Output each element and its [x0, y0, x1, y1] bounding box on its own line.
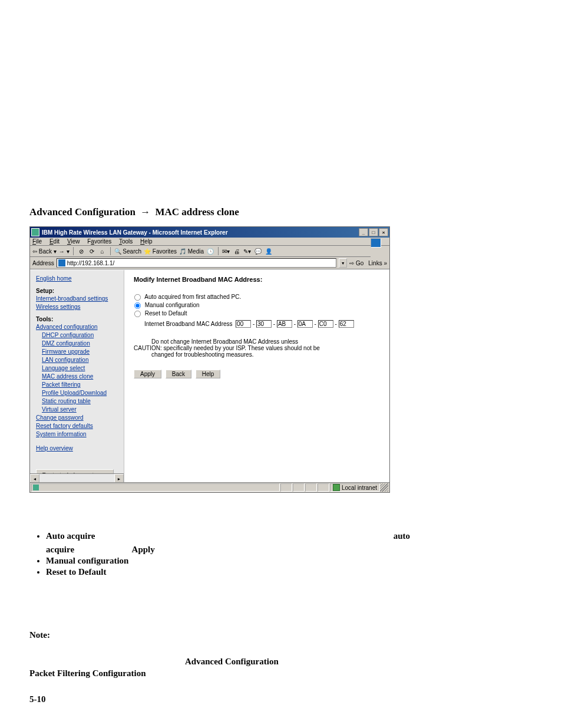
- mac-sep: -: [294, 321, 296, 327]
- ie-icon: [31, 228, 39, 236]
- body-list: Auto acquire auto acquire Apply Manual c…: [29, 531, 533, 577]
- mac-octet-3[interactable]: [277, 320, 292, 328]
- history-icon[interactable]: 🕓: [206, 247, 214, 255]
- status-cell-1: [280, 483, 292, 492]
- link-wireless-settings[interactable]: Wireless settings: [36, 303, 119, 311]
- back-button[interactable]: Back: [166, 370, 191, 378]
- adv-conf-bold: Advanced Configuration: [185, 657, 279, 666]
- mail-icon[interactable]: ✉▾: [222, 247, 230, 255]
- mac-octet-4[interactable]: [297, 320, 313, 328]
- caution-line-1: Do not change Internet Broadband MAC Add…: [151, 338, 380, 345]
- mac-octet-5[interactable]: [318, 320, 333, 328]
- print-icon[interactable]: 🖨: [233, 247, 241, 255]
- extra-icon[interactable]: 👤: [265, 247, 273, 255]
- refresh-icon[interactable]: ⟳: [88, 247, 96, 255]
- discuss-icon[interactable]: 💬: [254, 247, 262, 255]
- menu-help[interactable]: Help: [140, 238, 153, 245]
- link-advanced-configuration[interactable]: Advanced configuration: [36, 323, 119, 331]
- radio-auto[interactable]: [134, 294, 141, 301]
- go-button[interactable]: ⇨ Go: [349, 260, 363, 266]
- link-firmware-upgrade[interactable]: Firmware upgrade: [42, 348, 119, 356]
- link-static-routing-table[interactable]: Static routing table: [42, 397, 119, 406]
- radio-auto-label: Auto acquired from first attached PC.: [144, 294, 241, 300]
- status-cell-4: [318, 483, 329, 492]
- stop-icon[interactable]: ⊘: [77, 247, 85, 255]
- apply-bold: Apply: [132, 545, 155, 554]
- toolbar: ⇦ Back ▾ → ▾ ⊘ ⟳ ⌂ 🔍 Search ⭐ Favorites …: [30, 246, 371, 257]
- radio-reset[interactable]: [134, 311, 141, 317]
- note-label: Note:: [29, 630, 50, 640]
- status-zone: Local intranet: [330, 483, 380, 492]
- link-packet-filtering[interactable]: Packet filtering: [42, 381, 119, 389]
- menu-tools[interactable]: Tools: [119, 238, 133, 245]
- caution-line-2: CAUTION: specifically needed by your ISP…: [134, 345, 380, 351]
- ie-logo-icon: [371, 238, 381, 248]
- section-heading: Advanced Configuration → MAC address clo…: [29, 206, 533, 218]
- mac-label: Internet Broadband MAC Address: [144, 321, 233, 327]
- back-button[interactable]: ⇦ Back ▾: [32, 248, 57, 255]
- link-profile-upload-download[interactable]: Profile Upload/Download: [42, 389, 119, 397]
- mac-sep: -: [253, 321, 254, 327]
- link-change-password[interactable]: Change password: [36, 414, 119, 422]
- mac-sep: -: [315, 321, 316, 327]
- help-button[interactable]: Help: [196, 370, 221, 378]
- mac-sep: -: [335, 321, 337, 327]
- link-dhcp-configuration[interactable]: DHCP configuration: [42, 331, 119, 340]
- menu-favorites[interactable]: Favorites: [87, 238, 111, 245]
- title-bar: IBM High Rate Wireless LAN Gateway - Mic…: [30, 227, 389, 238]
- scroll-track[interactable]: [39, 474, 114, 482]
- media-button[interactable]: 🎵 Media: [179, 248, 204, 255]
- link-reset-factory-defaults[interactable]: Reset factory defaults: [36, 422, 119, 430]
- scroll-left-button[interactable]: ◄: [30, 474, 39, 482]
- caution-line-3: changed for troubleshooting measures.: [151, 351, 380, 358]
- zone-label: Local intranet: [342, 485, 377, 491]
- link-help-overview[interactable]: Help overview: [36, 444, 119, 453]
- minimize-button[interactable]: _: [359, 228, 368, 236]
- reset-bold: Reset to Default: [46, 567, 106, 577]
- edit-icon[interactable]: ✎▾: [243, 247, 252, 255]
- link-mac-address-clone[interactable]: MAC address clone: [42, 373, 119, 381]
- sidebar-scrollbar[interactable]: ◄ ►: [30, 473, 124, 482]
- list-item-reset: Reset to Default: [46, 567, 533, 577]
- mac-octet-1[interactable]: [236, 320, 251, 328]
- favorites-button[interactable]: ⭐ Favorites: [144, 248, 177, 255]
- menu-view[interactable]: View: [67, 238, 80, 245]
- zone-icon: [333, 484, 340, 491]
- link-dmz-configuration[interactable]: DMZ configuration: [42, 340, 119, 348]
- window-title: IBM High Rate Wireless LAN Gateway - Mic…: [42, 229, 359, 236]
- forward-button[interactable]: → ▾: [59, 248, 70, 255]
- links-label[interactable]: Links »: [368, 260, 387, 266]
- section-prefix: Advanced Configuration: [29, 206, 135, 218]
- link-english-home[interactable]: English home: [36, 275, 119, 283]
- link-language-select[interactable]: Language select: [42, 364, 119, 373]
- resize-grip[interactable]: [380, 483, 388, 492]
- mac-octet-2[interactable]: [256, 320, 272, 328]
- sidebar: English home Setup: Internet-broadband s…: [30, 270, 124, 482]
- manual-bold: Manual configuration: [46, 556, 128, 565]
- menu-file[interactable]: File: [32, 238, 42, 245]
- address-dropdown[interactable]: ▼: [339, 258, 347, 268]
- home-icon[interactable]: ⌂: [98, 247, 107, 255]
- link-lan-configuration[interactable]: LAN configuration: [42, 356, 119, 364]
- menu-bar: File Edit View Favorites Tools Help: [30, 238, 389, 246]
- main-title: Modify Internet Broadband MAC Address:: [134, 276, 380, 283]
- maximize-button[interactable]: □: [369, 228, 378, 236]
- packet-block: Advanced Configuration Packet Filtering …: [29, 655, 533, 680]
- search-button[interactable]: 🔍 Search: [114, 248, 141, 255]
- status-cell-3: [305, 483, 317, 492]
- address-input[interactable]: http://192.168.1.1/: [57, 258, 336, 268]
- auto-acquire-bold: Auto acquire: [46, 531, 95, 541]
- status-left: [31, 483, 280, 492]
- scroll-right-button[interactable]: ►: [114, 474, 124, 482]
- link-internet-broadband-settings[interactable]: Internet-broadband settings: [36, 295, 119, 303]
- list-item-manual: Manual configuration: [46, 556, 533, 566]
- link-system-information[interactable]: System information: [36, 430, 119, 439]
- page-icon: [58, 259, 65, 266]
- menu-edit[interactable]: Edit: [49, 238, 59, 245]
- mac-sep: -: [273, 321, 275, 327]
- close-button[interactable]: ×: [379, 228, 388, 236]
- apply-button[interactable]: Apply: [134, 370, 161, 378]
- mac-octet-6[interactable]: [339, 320, 354, 328]
- link-virtual-server[interactable]: Virtual server: [42, 406, 119, 414]
- radio-manual[interactable]: [134, 302, 141, 309]
